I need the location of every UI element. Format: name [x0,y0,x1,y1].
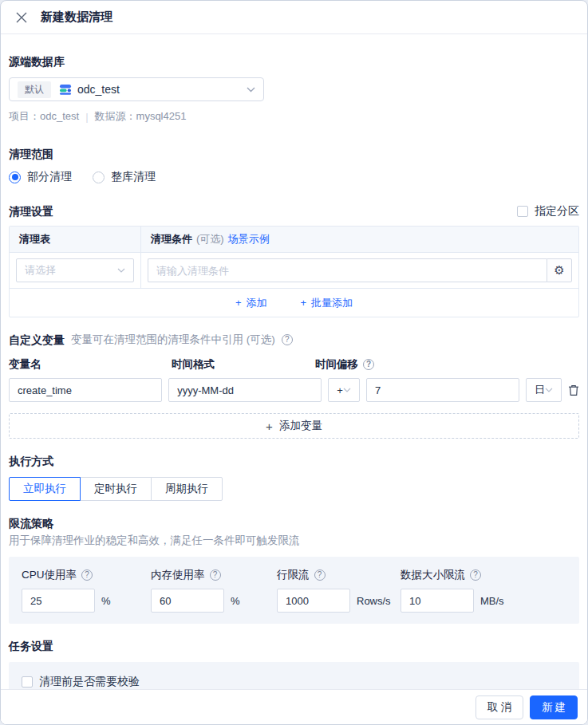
source-db-select[interactable]: 默认 odc_test [9,77,264,101]
field-label: 数据大小限流 [401,568,465,582]
unit-value: 日 [535,383,545,397]
throttle-field-memory: 内存使用率 ? % [151,568,277,613]
cleanup-table-header: 清理表 清理条件 (可选) 场景示例 [10,227,578,252]
help-icon[interactable]: ? [282,334,293,345]
tab-execute-now[interactable]: 立即执行 [9,477,81,501]
throttle-description: 用于保障清理作业的稳定和高效，满足任一条件即可触发限流 [9,533,579,549]
throttle-label: 限流策略 [9,515,579,531]
new-data-cleanup-dialog: 新建数据清理 源端数据库 默认 odc_test 项目：odc_test | [0,0,588,725]
source-db-label: 源端数据库 [9,53,579,69]
col-cleanup-table: 清理表 [10,227,141,252]
tab-execute-scheduled[interactable]: 定时执行 [80,477,152,501]
field-unit: % [231,595,240,607]
radio-label: 部分清理 [27,170,72,184]
radio-full-db-cleanup[interactable]: 整库清理 [93,170,156,184]
settings-label: 清理设置 [9,203,53,219]
chevron-down-icon [247,87,255,93]
col-cleanup-condition: 清理条件 [151,232,192,246]
cleanup-condition-input[interactable] [148,258,547,282]
batch-add-label: 批量添加 [311,296,353,310]
cleanup-table-row: 请选择 ⚙ [10,252,578,288]
task-settings-label: 任务设置 [9,638,579,654]
gear-icon[interactable]: ⚙ [547,258,572,282]
variables-columns: 变量名 时间格式 时间偏移 ? [9,357,579,372]
cancel-button[interactable]: 取消 [476,695,523,719]
help-icon[interactable]: ? [363,359,374,370]
cleanup-table-select[interactable]: 请选择 [16,258,134,282]
add-variable-button[interactable]: + 添加变量 [9,413,579,439]
add-row-label: 添加 [247,296,267,310]
default-badge: 默认 [18,81,51,98]
batch-add-button[interactable]: + 批量添加 [301,296,353,310]
chevron-down-icon [117,268,125,273]
chevron-down-icon [343,388,351,392]
plus-icon: + [235,297,242,309]
row-limit-input[interactable] [277,589,350,613]
radio-partial-cleanup[interactable]: 部分清理 [9,170,72,184]
tab-execute-periodic[interactable]: 周期执行 [151,477,223,501]
task-settings-panel: 清理前是否需要校验 [9,662,579,689]
time-format-input[interactable] [168,378,322,402]
plus-icon: + [301,297,307,309]
data-size-limit-input[interactable] [401,589,474,613]
offset-operator-select[interactable]: + [328,378,360,402]
radio-selected-icon [9,171,21,183]
col-time-format: 时间格式 [172,357,309,372]
cleanup-table-footer: + 添加 + 批量添加 [10,288,578,317]
variable-row: + 日 [9,378,579,402]
variables-hint: 变量可在清理范围的清理条件中引用 (可选) [71,333,275,347]
add-row-button[interactable]: + 添加 [235,296,267,310]
col-condition-optional: (可选) [196,232,224,246]
operator-value: + [337,384,343,396]
partition-checkbox[interactable] [517,206,528,217]
source-db-value: odc_test [77,83,120,96]
scenario-example-link[interactable]: 场景示例 [228,232,270,246]
chevron-down-icon [545,388,553,392]
dialog-body: 源端数据库 默认 odc_test 项目：odc_test | 数据源：mysq… [1,34,587,689]
radio-unselected-icon [93,171,105,183]
offset-unit-select[interactable]: 日 [526,378,562,402]
verify-checkbox-row[interactable]: 清理前是否需要校验 [22,675,566,689]
execution-segmented: 立即执行 定时执行 周期执行 [9,477,579,501]
offset-value-input[interactable] [366,378,519,402]
help-icon[interactable]: ? [470,569,481,581]
scope-radio-group: 部分清理 整库清理 [9,168,579,186]
database-icon [59,83,72,96]
help-icon[interactable]: ? [314,569,326,581]
field-unit: Rows/s [357,595,391,607]
throttle-field-cpu: CPU使用率 ? % [22,568,151,613]
help-icon[interactable]: ? [81,569,93,581]
help-icon[interactable]: ? [210,569,221,581]
close-icon[interactable] [14,10,30,26]
field-label: 行限流 [277,568,310,582]
variable-name-input[interactable] [9,378,162,402]
cpu-usage-input[interactable] [22,589,95,613]
partition-checkbox-label: 指定分区 [535,204,579,219]
delete-variable-icon[interactable] [568,381,579,399]
field-unit: MB/s [480,595,504,607]
submit-button[interactable]: 新建 [530,695,578,719]
select-placeholder: 请选择 [25,263,56,278]
partition-checkbox-row[interactable]: 指定分区 [517,204,579,219]
radio-label: 整库清理 [111,170,156,184]
throttle-field-datasize: 数据大小限流 ? MB/s [401,568,566,613]
meta-separator: | [85,111,88,123]
col-time-offset: 时间偏移 [315,357,358,372]
plus-icon: + [266,420,273,433]
add-variable-label: 添加变量 [279,419,322,433]
verify-checkbox[interactable] [22,676,33,688]
field-label: CPU使用率 [22,568,77,582]
field-label: 内存使用率 [151,568,205,582]
project-value: odc_test [40,110,79,122]
dialog-title: 新建数据清理 [41,10,112,25]
variables-label: 自定义变量 [9,332,65,348]
project-label: 项目： [9,110,40,122]
datasource-value: mysql4251 [136,110,187,122]
verify-checkbox-label: 清理前是否需要校验 [39,675,140,689]
throttle-field-rows: 行限流 ? Rows/s [277,568,401,613]
dialog-header: 新建数据清理 [1,1,587,34]
execution-label: 执行方式 [9,453,579,469]
field-unit: % [101,595,111,607]
cleanup-table: 清理表 清理条件 (可选) 场景示例 请选择 [9,226,579,317]
memory-usage-input[interactable] [151,589,224,613]
